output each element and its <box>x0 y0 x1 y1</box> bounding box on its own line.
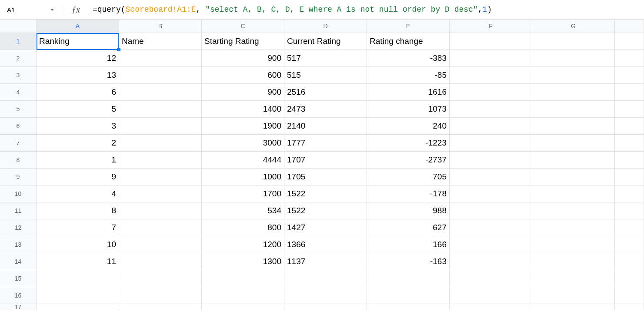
cell-h13[interactable] <box>615 236 644 253</box>
cell-c12[interactable]: 800 <box>202 219 284 236</box>
cell-b17[interactable] <box>119 304 202 310</box>
cell-g9[interactable] <box>532 169 615 185</box>
cell-h10[interactable] <box>615 185 644 202</box>
cell-d10[interactable]: 1522 <box>284 185 367 202</box>
row-header-12[interactable]: 12 <box>0 219 37 236</box>
cell-a12[interactable]: 7 <box>37 219 119 236</box>
cell-c11[interactable]: 534 <box>202 202 284 219</box>
cell-a15[interactable] <box>37 270 119 287</box>
cell-h1[interactable] <box>615 33 644 50</box>
cell-a8[interactable]: 1 <box>37 152 119 169</box>
cell-d14[interactable]: 1137 <box>284 253 367 270</box>
cell-e3[interactable]: -85 <box>367 67 450 84</box>
cell-a9[interactable]: 9 <box>37 169 119 185</box>
cell-f16[interactable] <box>450 287 532 304</box>
cell-g6[interactable] <box>532 118 615 135</box>
cell-a17[interactable] <box>37 304 119 310</box>
cell-d12[interactable]: 1427 <box>284 219 367 236</box>
cell-c5[interactable]: 1400 <box>202 101 284 118</box>
cell-b13[interactable] <box>119 236 202 253</box>
cell-a11[interactable]: 8 <box>37 202 119 219</box>
cell-a13[interactable]: 10 <box>37 236 119 253</box>
row-header-2[interactable]: 2 <box>0 50 37 67</box>
cell-c6[interactable]: 1900 <box>202 118 284 135</box>
col-header-h[interactable] <box>615 20 644 33</box>
col-header-e[interactable]: E <box>367 20 450 33</box>
cell-g12[interactable] <box>532 219 615 236</box>
col-header-f[interactable]: F <box>450 20 532 33</box>
row-header-3[interactable]: 3 <box>0 67 37 84</box>
cell-g7[interactable] <box>532 135 615 152</box>
row-header-17[interactable]: 17 <box>0 304 37 310</box>
cell-f13[interactable] <box>450 236 532 253</box>
row-header-4[interactable]: 4 <box>0 84 37 101</box>
cell-c9[interactable]: 1000 <box>202 169 284 185</box>
cell-f8[interactable] <box>450 152 532 169</box>
cell-g15[interactable] <box>532 270 615 287</box>
cell-h9[interactable] <box>615 169 644 185</box>
cell-e7[interactable]: -1223 <box>367 135 450 152</box>
cell-b8[interactable] <box>119 152 202 169</box>
cell-a5[interactable]: 5 <box>37 101 119 118</box>
cell-h17[interactable] <box>615 304 644 310</box>
cell-e16[interactable] <box>367 287 450 304</box>
cell-c17[interactable] <box>202 304 284 310</box>
col-header-a[interactable]: A <box>37 20 119 33</box>
cell-f14[interactable] <box>450 253 532 270</box>
cell-g8[interactable] <box>532 152 615 169</box>
cell-g10[interactable] <box>532 185 615 202</box>
cell-a3[interactable]: 13 <box>37 67 119 84</box>
name-box[interactable]: A1 <box>3 3 59 16</box>
cell-b12[interactable] <box>119 219 202 236</box>
cell-g17[interactable] <box>532 304 615 310</box>
cell-c8[interactable]: 4444 <box>202 152 284 169</box>
cell-d13[interactable]: 1366 <box>284 236 367 253</box>
cell-e11[interactable]: 988 <box>367 202 450 219</box>
cell-a16[interactable] <box>37 287 119 304</box>
row-header-13[interactable]: 13 <box>0 236 37 253</box>
cell-e8[interactable]: -2737 <box>367 152 450 169</box>
cell-a7[interactable]: 2 <box>37 135 119 152</box>
chevron-down-icon[interactable] <box>50 9 54 11</box>
cell-d7[interactable]: 1777 <box>284 135 367 152</box>
cell-b10[interactable] <box>119 185 202 202</box>
cell-b15[interactable] <box>119 270 202 287</box>
cell-f11[interactable] <box>450 202 532 219</box>
cell-a2[interactable]: 12 <box>37 50 119 67</box>
cell-d4[interactable]: 2516 <box>284 84 367 101</box>
cell-b5[interactable] <box>119 101 202 118</box>
row-header-9[interactable]: 9 <box>0 169 37 185</box>
cell-h7[interactable] <box>615 135 644 152</box>
row-header-1[interactable]: 1 <box>0 33 37 50</box>
cell-f7[interactable] <box>450 135 532 152</box>
cell-c10[interactable]: 1700 <box>202 185 284 202</box>
cell-b16[interactable] <box>119 287 202 304</box>
cell-f6[interactable] <box>450 118 532 135</box>
cell-h11[interactable] <box>615 202 644 219</box>
cell-d11[interactable]: 1522 <box>284 202 367 219</box>
row-header-8[interactable]: 8 <box>0 152 37 169</box>
cell-f3[interactable] <box>450 67 532 84</box>
cell-g13[interactable] <box>532 236 615 253</box>
col-header-c[interactable]: C <box>202 20 284 33</box>
cell-g1[interactable] <box>532 33 615 50</box>
cell-g2[interactable] <box>532 50 615 67</box>
cell-h8[interactable] <box>615 152 644 169</box>
cell-h15[interactable] <box>615 270 644 287</box>
cell-h6[interactable] <box>615 118 644 135</box>
cell-e9[interactable]: 705 <box>367 169 450 185</box>
cell-e12[interactable]: 627 <box>367 219 450 236</box>
row-header-14[interactable]: 14 <box>0 253 37 270</box>
col-header-b[interactable]: B <box>119 20 202 33</box>
cell-c3[interactable]: 600 <box>202 67 284 84</box>
cell-f1[interactable] <box>450 33 532 50</box>
cell-e17[interactable] <box>367 304 450 310</box>
cell-f12[interactable] <box>450 219 532 236</box>
cell-c1[interactable]: Starting Rating <box>202 33 284 50</box>
row-header-6[interactable]: 6 <box>0 118 37 135</box>
cell-d9[interactable]: 1705 <box>284 169 367 185</box>
cell-g3[interactable] <box>532 67 615 84</box>
cell-a10[interactable]: 4 <box>37 185 119 202</box>
col-header-g[interactable]: G <box>532 20 615 33</box>
cell-e13[interactable]: 166 <box>367 236 450 253</box>
